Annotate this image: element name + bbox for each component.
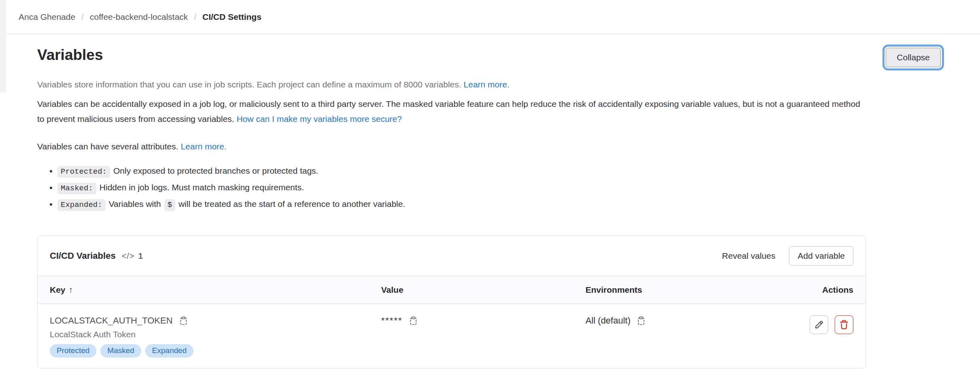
attribute-badges: Protected Masked Expanded — [50, 344, 381, 358]
sort-ascending-icon: ↑ — [69, 285, 73, 294]
intro-text: Variables store information that you can… — [37, 80, 461, 89]
copy-environment-button[interactable] — [636, 316, 646, 326]
breadcrumb-current-page: CI/CD Settings — [202, 12, 261, 22]
expanded-badge: Expanded — [145, 344, 194, 358]
variable-count-badge: </> 1 — [122, 251, 143, 261]
secure-variables-link[interactable]: How can I make my variables more secure? — [237, 114, 402, 123]
breadcrumb-group-link[interactable]: Anca Ghenade — [19, 12, 75, 22]
page-title: Variables — [37, 46, 103, 64]
list-item-expanded: Expanded:Variables with$will be treated … — [57, 196, 866, 213]
table-row: LOCALSTACK_AUTH_TOKEN LocalStack Auth To… — [38, 304, 865, 368]
expanded-description-before: Variables with — [109, 199, 161, 209]
key-header-label: Key — [50, 285, 66, 294]
protected-badge: Protected — [50, 344, 96, 358]
masked-value: ***** — [381, 315, 403, 326]
column-header-actions: Actions — [790, 285, 853, 295]
clipboard-icon — [179, 316, 188, 326]
actions-cell — [810, 315, 853, 334]
scrollbar[interactable] — [0, 0, 6, 92]
delete-variable-button[interactable] — [835, 315, 853, 334]
masked-code-label: Masked: — [57, 183, 96, 194]
dollar-code-label: $ — [164, 199, 175, 211]
variable-description: LocalStack Auth Token — [50, 330, 381, 339]
variables-settings-section: Variables Collapse Variables store infor… — [0, 34, 980, 368]
masked-badge: Masked — [100, 344, 141, 358]
column-header-key[interactable]: Key↑ — [50, 285, 381, 295]
cicd-variables-card: CI/CD Variables </> 1 Reveal values Add … — [37, 236, 866, 368]
masked-description: Hidden in job logs. Must match masking r… — [100, 183, 304, 192]
expanded-code-label: Expanded: — [57, 199, 106, 211]
collapse-button[interactable]: Collapse — [886, 48, 941, 67]
list-item-masked: Masked:Hidden in job logs. Must match ma… — [57, 180, 866, 196]
card-header: CI/CD Variables </> 1 Reveal values Add … — [38, 236, 865, 276]
attributes-list: Protected:Only exposed to protected bran… — [37, 163, 866, 213]
pencil-icon — [814, 320, 824, 330]
intro-paragraph: Variables store information that you can… — [37, 77, 866, 92]
expanded-description-after: will be treated as the start of a refere… — [178, 199, 405, 209]
table-header-row: Key↑ Value Environments Actions — [38, 276, 865, 304]
add-variable-button[interactable]: Add variable — [789, 246, 853, 266]
code-icon: </> — [122, 251, 135, 261]
column-header-value: Value — [381, 285, 585, 295]
breadcrumb: Anca Ghenade / coffee-backend-localstack… — [0, 0, 980, 34]
learn-more-link[interactable]: Learn more. — [464, 80, 509, 89]
trash-icon — [839, 320, 849, 330]
clipboard-icon — [636, 316, 646, 326]
breadcrumb-project-link[interactable]: coffee-backend-localstack — [90, 12, 188, 22]
environments-cell: All (default) — [585, 315, 790, 358]
value-cell: ***** — [381, 315, 585, 358]
column-header-environments: Environments — [585, 285, 790, 295]
breadcrumb-separator: / — [194, 12, 196, 22]
variable-key: LOCALSTACK_AUTH_TOKEN — [50, 315, 173, 326]
protected-description: Only exposed to protected branches or pr… — [113, 166, 318, 175]
edit-variable-button[interactable] — [810, 315, 828, 334]
reveal-values-button[interactable]: Reveal values — [719, 247, 778, 265]
attributes-paragraph: Variables can have several attributes.Le… — [37, 139, 866, 154]
breadcrumb-separator: / — [81, 12, 84, 22]
list-item-protected: Protected:Only exposed to protected bran… — [57, 163, 866, 179]
copy-value-button[interactable] — [409, 316, 418, 326]
variable-count: 1 — [138, 251, 143, 261]
attributes-text: Variables can have several attributes. — [37, 142, 178, 151]
environment-scope: All (default) — [585, 315, 630, 326]
copy-key-button[interactable] — [179, 316, 188, 326]
key-cell: LOCALSTACK_AUTH_TOKEN LocalStack Auth To… — [50, 315, 381, 358]
warning-text: Variables can be accidentally exposed in… — [37, 99, 860, 123]
protected-code-label: Protected: — [57, 166, 110, 178]
warning-paragraph: Variables can be accidentally exposed in… — [37, 96, 866, 126]
attributes-learn-more-link[interactable]: Learn more. — [181, 142, 227, 151]
card-title: CI/CD Variables — [50, 251, 116, 261]
clipboard-icon — [409, 316, 418, 326]
